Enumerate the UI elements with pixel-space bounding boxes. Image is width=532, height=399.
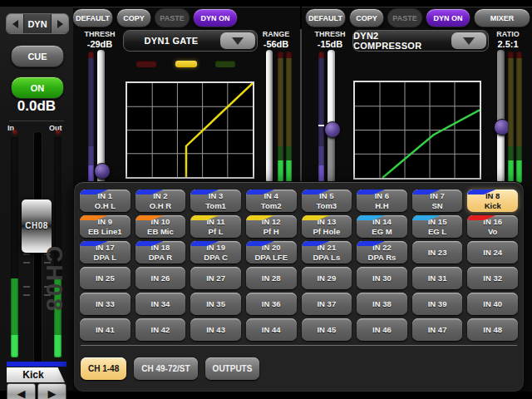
channel-button[interactable]: IN 40 [467,293,518,315]
channel-name: Tom3 [316,201,337,211]
channel-button[interactable]: IN 6H.H [357,190,407,212]
bank-tab[interactable]: CH 1-48 [81,357,126,380]
channel-id: IN 31 [428,273,447,283]
channel-button[interactable]: IN 41 [80,318,131,341]
channel-id: IN 37 [317,299,336,309]
comp-threshold-knob[interactable] [324,121,341,138]
comp-thresh-value: -15dB [308,39,352,49]
screen-title: DYN [24,14,51,33]
channel-button[interactable]: IN 12Pf H [246,215,297,238]
gate-dyn-on-button[interactable]: DYN ON [193,8,238,27]
channel-id: IN 47 [428,325,447,335]
channel-button[interactable]: IN 15EG L [412,215,463,238]
bank-tab[interactable]: CH 49-72/ST [134,357,197,380]
channel-button[interactable]: IN 3Tom1 [190,190,241,212]
channel-button[interactable]: IN 10EB Mic [135,215,186,238]
channel-button[interactable]: IN 21DPA Ls [302,241,352,264]
dropdown-arrow-button[interactable] [220,32,255,49]
screen-selector: DYN [6,13,69,34]
next-channel-button[interactable]: ▶ [37,383,66,399]
channel-button[interactable]: IN 29 [302,267,352,289]
in-level-meter [11,137,18,357]
channel-id: IN 30 [372,273,392,283]
channel-fader-handle[interactable]: CH08 [22,200,52,253]
gate-copy-button[interactable]: COPY [116,8,151,27]
gate-type-dropdown[interactable]: DYN1 GATE [123,30,258,52]
previous-channel-button[interactable]: ◀ [7,383,36,399]
channel-button[interactable]: IN 24 [467,241,518,264]
channel-button[interactable]: IN 25 [80,267,131,289]
gate-range-slider[interactable] [266,50,273,183]
channel-button[interactable]: IN 9EB Line1 [80,215,131,238]
mixer-button[interactable]: MIXER [474,8,530,27]
channel-button[interactable]: IN 38 [357,293,407,315]
comp-paste-button[interactable]: PASTE [387,8,422,27]
channel-button[interactable]: IN 13Pf Hole [302,215,352,238]
channel-button[interactable]: IN 33 [80,293,131,315]
channel-grid: IN 1O.H LIN 2O.H RIN 3Tom1IN 4Tom2IN 5To… [80,190,518,341]
channel-button[interactable]: IN 22DPA Rs [357,241,407,264]
channel-button[interactable]: IN 36 [246,293,297,315]
gate-gr-meter-right [286,52,292,183]
gate-key-level-meter [88,52,94,183]
channel-button[interactable]: IN 11Pf L [190,215,241,238]
channel-button[interactable]: IN 35 [190,293,241,315]
channel-button[interactable]: IN 4Tom2 [246,190,297,212]
channel-button[interactable]: IN 45 [302,318,352,341]
channel-button[interactable]: IN 5Tom3 [302,190,352,212]
channel-button[interactable]: IN 42 [135,318,186,341]
channel-button[interactable]: IN 37 [302,293,352,315]
channel-name: EG M [372,227,392,237]
channel-button[interactable]: IN 34 [135,293,186,315]
channel-id: IN 39 [428,299,447,309]
gate-paste-button[interactable]: PASTE [155,8,190,27]
channel-button[interactable]: IN 48 [467,318,518,341]
gate-curve-graph[interactable] [126,81,254,179]
prev-screen-button[interactable] [7,14,24,33]
channel-button[interactable]: IN 20DPA LFE [246,241,297,264]
next-screen-button[interactable] [51,14,68,33]
channel-button[interactable]: IN 7SN [412,190,463,212]
dropdown-arrow-button[interactable] [451,32,486,49]
comp-ratio-slider[interactable] [497,50,505,183]
channel-button[interactable]: IN 18DPA R [135,241,186,264]
channel-button[interactable]: IN 2O.H R [135,190,186,212]
comp-threshold-slider[interactable] [328,50,335,183]
channel-button[interactable]: IN 16Vo [467,215,518,238]
channel-button[interactable]: IN 28 [246,267,297,289]
channel-button[interactable]: IN 47 [412,318,463,341]
comp-type-dropdown[interactable]: DYN2 COMPRESSOR [352,30,489,52]
channel-button[interactable]: IN 14EG M [357,215,407,238]
in-clip-led [12,130,17,135]
channel-button[interactable]: IN 23 [412,241,463,264]
channel-button[interactable]: IN 19DPA C [190,241,241,264]
channel-id: IN 45 [317,325,336,335]
channel-button[interactable]: IN 32 [467,267,518,289]
channel-on-button[interactable]: ON [11,76,64,99]
channel-button[interactable]: IN 43 [190,318,241,341]
channel-button[interactable]: IN 44 [246,318,297,341]
channel-name: DPA R [149,253,173,263]
channel-name: DPA Rs [368,253,397,263]
gate-default-button[interactable]: DEFAULT [72,8,113,27]
channel-button[interactable]: IN 17DPA L [80,241,131,264]
fader-tick [23,294,30,296]
channel-button[interactable]: IN 26 [135,267,186,289]
channel-button[interactable]: IN 27 [190,267,241,289]
channel-button[interactable]: IN 46 [357,318,407,341]
channel-name: EB Line1 [88,227,122,237]
channel-button[interactable]: IN 39 [412,293,463,315]
gate-threshold-knob[interactable] [94,163,111,180]
comp-curve-graph[interactable] [353,81,481,180]
channel-button[interactable]: IN 8Kick [467,190,518,212]
comp-copy-button[interactable]: COPY [349,8,384,27]
channel-button[interactable]: IN 30 [357,267,407,289]
channel-name-tag[interactable]: Kick [7,367,65,382]
comp-default-button[interactable]: DEFAULT [305,8,346,27]
channel-button[interactable]: IN 31 [412,267,463,289]
channel-button[interactable]: IN 1O.H L [80,190,131,212]
channel-name: Tom2 [261,201,282,211]
cue-button[interactable]: CUE [11,45,64,67]
bank-tab[interactable]: OUTPUTS [205,357,260,380]
comp-dyn-on-button[interactable]: DYN ON [426,8,470,27]
